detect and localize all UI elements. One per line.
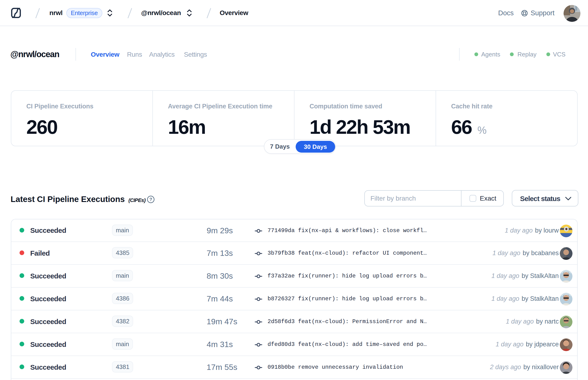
svg-text:?: ? <box>149 197 152 202</box>
